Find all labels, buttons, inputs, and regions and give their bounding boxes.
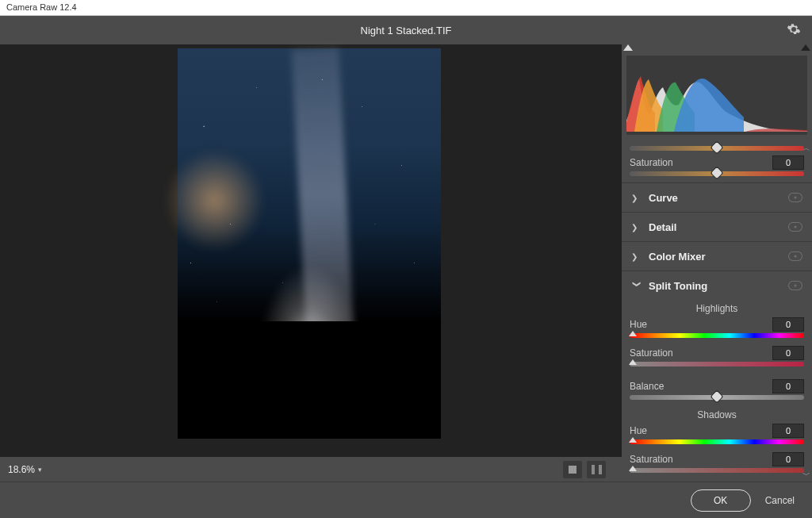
- sh-sat-slider[interactable]: [630, 468, 804, 473]
- curve-label: Curve: [649, 192, 788, 204]
- hl-sat-slider[interactable]: [630, 362, 804, 366]
- histogram-box: [626, 56, 807, 135]
- visibility-icon[interactable]: [788, 251, 802, 261]
- chevron-down-icon: ▾: [38, 466, 42, 474]
- highlights-heading: Highlights: [622, 300, 812, 316]
- balance-value[interactable]: 0: [772, 379, 804, 393]
- saturation-value[interactable]: 0: [772, 155, 804, 170]
- saturation-label: Saturation: [630, 157, 673, 168]
- hl-sat-label: Saturation: [630, 347, 673, 359]
- app-title: Camera Raw 12.4: [6, 2, 77, 12]
- sh-hue-label: Hue: [630, 425, 647, 436]
- cancel-label: Cancel: [765, 495, 795, 506]
- balance-label: Balance: [630, 381, 664, 392]
- chevron-right-icon: ❯: [631, 223, 642, 232]
- zoom-select[interactable]: 18.6% ▾: [8, 464, 42, 475]
- hl-hue-value[interactable]: 0: [772, 317, 804, 332]
- adjustment-panels: ︿ Saturation 0 ❯ Curve: [622, 140, 812, 482]
- right-panel: ︿ Saturation 0 ❯ Curve: [622, 44, 812, 482]
- hl-sat-value[interactable]: 0: [772, 346, 804, 360]
- chevron-right-icon: ❯: [631, 194, 642, 202]
- sh-sat-value[interactable]: 0: [772, 452, 804, 466]
- image-preview[interactable]: [178, 48, 441, 439]
- sh-hue-slider[interactable]: [630, 439, 804, 444]
- footer-bar: OK Cancel: [0, 482, 812, 518]
- gear-icon[interactable]: [787, 22, 801, 36]
- window-titlebar: Camera Raw 12.4: [0, 0, 812, 16]
- hl-hue-label: Hue: [630, 319, 647, 330]
- zoom-value: 18.6%: [8, 464, 35, 475]
- top-bar: Night 1 Stacked.TIF: [0, 16, 812, 44]
- chevron-down-icon: ❯: [633, 280, 642, 291]
- zoom-bar: 18.6% ▾: [0, 457, 622, 482]
- shadow-clip-icon[interactable]: [623, 44, 633, 51]
- prev-panel-tail: Saturation 0: [622, 140, 812, 182]
- panel-curve[interactable]: ❯ Curve: [622, 182, 812, 212]
- ok-button[interactable]: OK: [691, 489, 751, 512]
- hl-hue-slider[interactable]: [630, 333, 804, 338]
- sh-sat-label: Saturation: [630, 454, 673, 465]
- saturation-slider[interactable]: [630, 171, 804, 176]
- view-single-icon[interactable]: [563, 461, 582, 478]
- split-toning-label: Split Toning: [649, 280, 788, 292]
- sh-hue-value[interactable]: 0: [772, 424, 804, 438]
- app-root: Night 1 Stacked.TIF 18.6% ▾: [0, 16, 812, 518]
- highlight-clip-icon[interactable]: [801, 44, 810, 51]
- ok-label: OK: [714, 495, 727, 506]
- view-compare-icon[interactable]: [587, 461, 606, 478]
- panel-detail[interactable]: ❯ Detail: [622, 212, 812, 241]
- panel-split-toning[interactable]: ❯ Split Toning: [622, 271, 812, 300]
- chevron-right-icon: ❯: [631, 252, 642, 261]
- shadows-heading: Shadows: [622, 406, 812, 422]
- split-toning-body: Highlights Hue 0 Saturation 0: [622, 300, 812, 479]
- histogram[interactable]: [622, 44, 812, 140]
- visibility-icon[interactable]: [788, 281, 802, 290]
- visibility-icon[interactable]: [788, 222, 802, 232]
- scroll-down-icon[interactable]: ﹀: [802, 470, 810, 481]
- visibility-icon[interactable]: [788, 193, 802, 202]
- balance-slider[interactable]: [630, 395, 804, 400]
- prev-slider-track[interactable]: [630, 146, 804, 151]
- detail-label: Detail: [649, 221, 788, 233]
- color-mixer-label: Color Mixer: [649, 251, 788, 263]
- preview-column: 18.6% ▾: [0, 44, 622, 482]
- main-columns: 18.6% ▾: [0, 44, 812, 482]
- filename-label: Night 1 Stacked.TIF: [361, 25, 452, 36]
- cancel-button[interactable]: Cancel: [765, 495, 795, 506]
- panel-color-mixer[interactable]: ❯ Color Mixer: [622, 241, 812, 271]
